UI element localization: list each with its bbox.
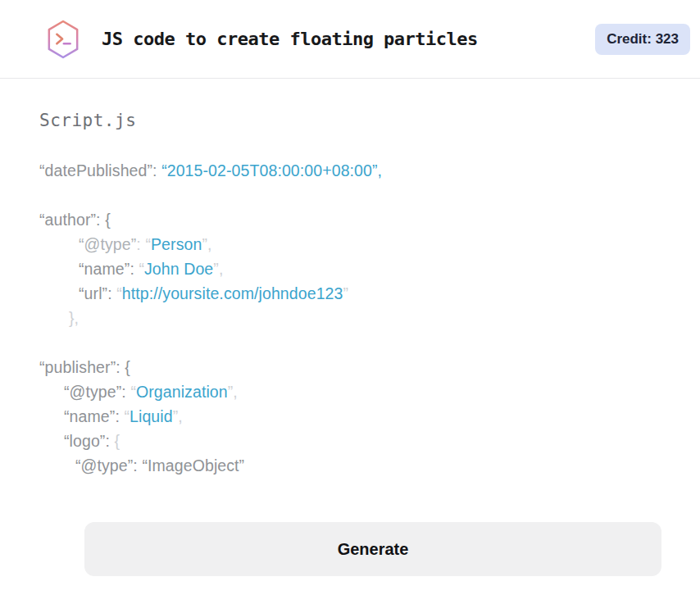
code-segment: :	[121, 383, 130, 401]
code-segment: “	[130, 383, 136, 401]
code-line: “name”: “Liquid”,	[39, 404, 700, 429]
code-segment: ,	[178, 407, 183, 425]
code-blank-line	[39, 183, 700, 207]
code-segment: ”	[202, 235, 207, 253]
code-line: “datePublished”: “2015-02-05T08:00:00+08…	[39, 158, 700, 183]
code-segment: “datePublished”	[39, 161, 152, 179]
code-segment: ”	[343, 284, 348, 302]
code-segment: Organization	[136, 383, 228, 401]
code-segment: ,	[207, 235, 212, 253]
code-line: },	[39, 306, 700, 330]
code-segment: :	[136, 235, 145, 253]
code-segment: “	[145, 235, 151, 253]
code-segment: : {	[96, 211, 111, 229]
code-line: “author”: {	[39, 207, 700, 232]
code-segment: ,	[233, 383, 238, 401]
code-segment: ,	[219, 260, 224, 278]
code-segment: “@type”	[79, 235, 136, 253]
code-segment: :	[130, 260, 139, 278]
code-line: “name”: “John Doe”,	[39, 257, 700, 281]
terminal-prompt-hexagon-icon	[46, 19, 80, 60]
code-segment: “2015-02-05T08:00:00+08:00”,	[161, 161, 382, 179]
page-title: JS code to create floating particles	[102, 29, 478, 49]
code-segment: },	[69, 309, 79, 327]
code-line: “@type”: “ImageObject”	[39, 453, 700, 478]
code-segment: John Doe	[144, 260, 213, 278]
code-line: “publisher”: {	[39, 355, 700, 379]
code-segment: “@type”: “ImageObject”	[75, 456, 244, 475]
script-filename-heading: Script.js	[39, 111, 700, 130]
code-segment: :	[152, 161, 161, 179]
code-segment: “name”	[64, 407, 115, 425]
code-line: “@type”: “Organization”,	[39, 379, 700, 404]
header: JS code to create floating particles Cre…	[0, 0, 700, 79]
code-segment: “logo”	[64, 432, 105, 450]
code-blank-line	[39, 330, 700, 355]
generate-button[interactable]: Generate	[84, 522, 661, 576]
code-segment: “url”	[79, 284, 107, 302]
code-segment: Person	[151, 235, 202, 253]
code-segment: “author”	[39, 211, 96, 229]
code-segment: “	[116, 284, 122, 302]
code-segment: Liquid	[130, 407, 173, 425]
code-segment: “publisher”	[39, 358, 116, 376]
code-segment: {	[115, 432, 120, 450]
main-content: Script.js “datePublished”: “2015-02-05T0…	[0, 79, 700, 613]
code-line: “url”: “http://yoursite.com/johndoe123”	[39, 281, 700, 306]
code-segment: “name”	[79, 260, 130, 278]
code-segment: :	[105, 432, 114, 450]
code-segment: :	[107, 284, 116, 302]
code-segment: : {	[116, 358, 130, 376]
code-block: “datePublished”: “2015-02-05T08:00:00+08…	[39, 158, 700, 478]
page: JS code to create floating particles Cre…	[0, 0, 700, 613]
credit-badge: Credit: 323	[595, 24, 690, 55]
code-line: “@type”: “Person”,	[39, 232, 700, 257]
code-line: “logo”: {	[39, 429, 700, 453]
button-row: Generate	[84, 522, 661, 576]
code-segment: “@type”	[64, 383, 121, 401]
code-segment: ”	[213, 260, 219, 278]
code-segment: http://yoursite.com/johndoe123	[122, 284, 343, 302]
code-segment: :	[115, 407, 124, 425]
